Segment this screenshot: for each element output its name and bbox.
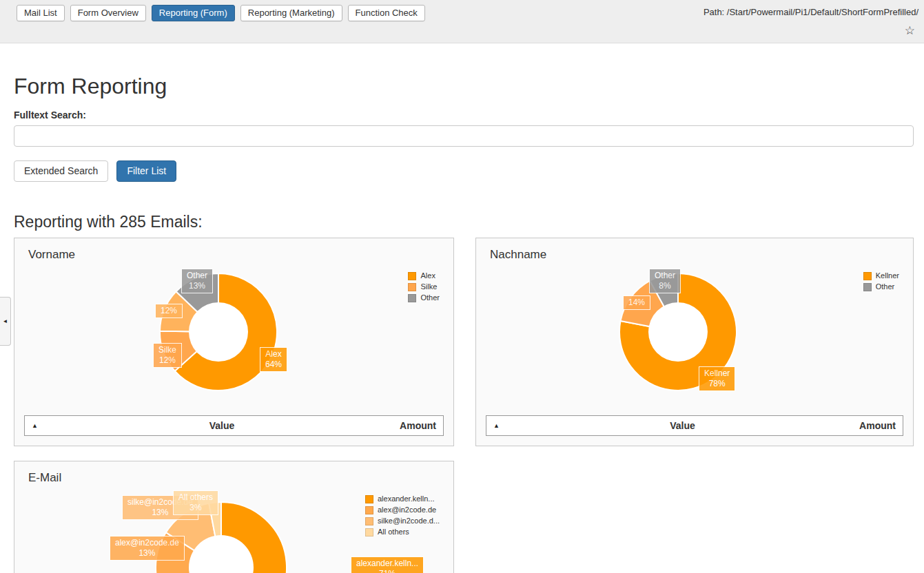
- nav-collapse-handle[interactable]: ◄: [0, 297, 11, 346]
- legend-swatch: [365, 517, 373, 525]
- legend-label: Alex: [420, 271, 435, 280]
- chart-legend: AlexSilkeOther: [408, 271, 440, 304]
- charts-row-2: E-Mail alexander.kelln...alex@in2code.de…: [14, 461, 914, 573]
- chart-legend: KellnerOther: [863, 271, 899, 293]
- module-tabs: Mail ListForm OverviewReporting (Form)Re…: [17, 5, 425, 21]
- panel-title: E-Mail: [14, 461, 453, 488]
- nav-tab-function-check[interactable]: Function Check: [348, 5, 425, 21]
- legend-label: All others: [378, 528, 409, 536]
- sort-asc-icon[interactable]: ▲: [493, 422, 506, 429]
- donut-chart-vorname: AlexSilkeOtherOther13%12%Silke12%Alex64%: [14, 265, 453, 413]
- chart-panel-email: E-Mail alexander.kelln...alex@in2code.de…: [14, 461, 454, 573]
- legend-swatch: [408, 283, 416, 291]
- page-title: Form Reporting: [14, 74, 914, 98]
- top-toolbar: Mail ListForm OverviewReporting (Form)Re…: [0, 0, 924, 43]
- fulltext-search-label: Fulltext Search:: [14, 110, 914, 121]
- slice-label: alexander.kelln...71%: [351, 556, 424, 573]
- legend-item-alex-in2code-de[interactable]: alex@in2code.de: [365, 506, 440, 514]
- donut-chart-email: alexander.kelln...alex@in2code.desilke@i…: [14, 488, 453, 573]
- value-column-header[interactable]: Value: [506, 420, 859, 431]
- nav-tab-reporting-marketing[interactable]: Reporting (Marketing): [240, 5, 342, 21]
- section-heading: Reporting with 285 Emails:: [14, 213, 914, 231]
- legend-swatch: [365, 528, 373, 536]
- legend-item-alex[interactable]: Alex: [408, 271, 440, 280]
- fulltext-search-input[interactable]: [14, 125, 914, 147]
- slice-label: alex@in2code.de13%: [110, 536, 185, 561]
- page-path: Path: /Start/Powermail/Pi1/Default/Short…: [704, 7, 918, 17]
- legend-item-all-others[interactable]: All others: [365, 528, 440, 536]
- slice-label: 14%: [623, 295, 650, 310]
- slice-label: All others3%: [173, 490, 218, 515]
- legend-item-silke[interactable]: Silke: [408, 282, 440, 291]
- legend-label: alexander.kelln...: [378, 494, 435, 503]
- legend-label: Other: [420, 293, 440, 302]
- legend-item-silke-in2code-d[interactable]: silke@in2code.d...: [365, 517, 440, 525]
- legend-item-alexander-kelln[interactable]: alexander.kelln...: [365, 494, 440, 503]
- legend-swatch: [863, 272, 872, 280]
- chart-legend: alexander.kelln...alex@in2code.desilke@i…: [365, 494, 440, 539]
- legend-item-other[interactable]: Other: [408, 293, 440, 302]
- panel-title: Nachname: [476, 238, 913, 265]
- sort-asc-icon[interactable]: ▲: [32, 422, 44, 429]
- value-column-header[interactable]: Value: [44, 420, 400, 431]
- filter-list-button[interactable]: Filter List: [116, 160, 176, 182]
- legend-label: alex@in2code.de: [378, 506, 436, 514]
- chart-panel-nachname: Nachname KellnerOtherOther8%14%Kellner78…: [475, 238, 914, 446]
- slice-label: Kellner78%: [699, 366, 735, 391]
- amount-column-header[interactable]: Amount: [859, 420, 896, 431]
- slice-label: Other8%: [649, 269, 681, 293]
- legend-item-kellner[interactable]: Kellner: [863, 271, 899, 280]
- nav-tab-mail-list[interactable]: Mail List: [17, 5, 65, 21]
- legend-swatch: [863, 283, 872, 291]
- content-area: Form Reporting Fulltext Search: Extended…: [0, 74, 924, 573]
- bookmark-star-icon[interactable]: ☆: [905, 25, 915, 37]
- slice-label: Alex64%: [260, 347, 287, 372]
- slice-label: 12%: [155, 304, 183, 318]
- chevron-left-icon: ◄: [3, 319, 8, 324]
- donut-svg: [158, 271, 279, 393]
- legend-swatch: [408, 294, 416, 302]
- legend-label: Silke: [420, 282, 437, 291]
- search-buttons-row: Extended Search Filter List: [14, 160, 914, 182]
- legend-swatch: [408, 272, 416, 280]
- slice-label: Other13%: [181, 269, 213, 293]
- extended-search-button[interactable]: Extended Search: [14, 160, 108, 182]
- result-table-header: ▲ Value Amount: [486, 415, 903, 436]
- charts-row-1: Vorname AlexSilkeOtherOther13%12%Silke12…: [14, 238, 914, 446]
- amount-column-header[interactable]: Amount: [400, 420, 436, 431]
- legend-item-other[interactable]: Other: [863, 282, 899, 291]
- panel-title: Vorname: [14, 238, 453, 265]
- donut-hole: [189, 302, 248, 362]
- legend-swatch: [365, 495, 373, 503]
- donut-chart-nachname: KellnerOtherOther8%14%Kellner78%: [476, 265, 913, 413]
- legend-swatch: [365, 506, 373, 514]
- slice-label: Silke12%: [153, 343, 182, 368]
- nav-tab-reporting-form[interactable]: Reporting (Form): [152, 5, 235, 21]
- chart-panel-vorname: Vorname AlexSilkeOtherOther13%12%Silke12…: [14, 238, 454, 446]
- result-table-header: ▲ Value Amount: [24, 415, 444, 436]
- legend-label: Kellner: [876, 271, 899, 280]
- nav-tab-form-overview[interactable]: Form Overview: [70, 5, 146, 21]
- legend-label: Other: [876, 282, 895, 291]
- donut-hole: [648, 302, 708, 362]
- legend-label: silke@in2code.d...: [378, 517, 440, 525]
